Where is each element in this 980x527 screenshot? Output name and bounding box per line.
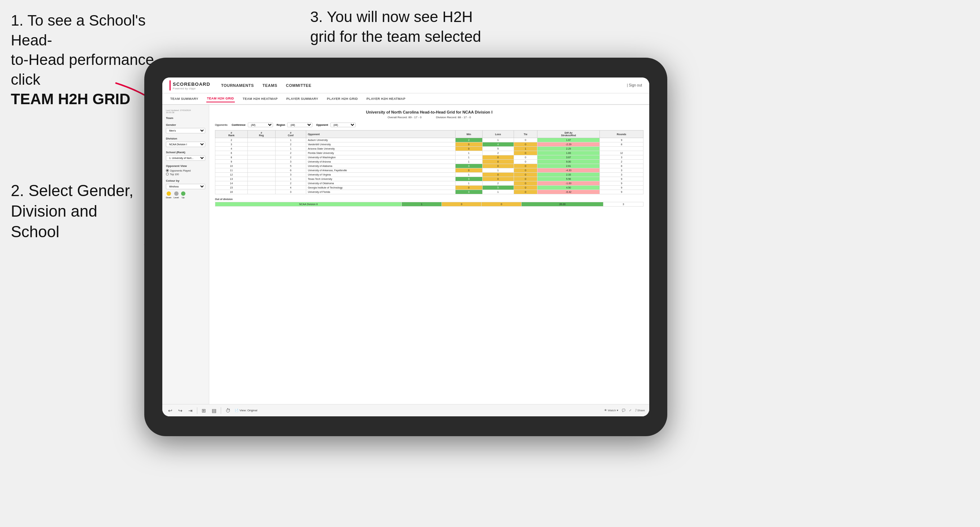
cell-loss: 5 (482, 186, 514, 190)
cell-tie: 0 (514, 168, 537, 173)
cell-loss: 0 (482, 173, 514, 177)
sub-nav: TEAM SUMMARY TEAM H2H GRID TEAM H2H HEAT… (162, 94, 649, 105)
cell-opponent: Arizona State University (306, 147, 455, 151)
main-content: Last Updated: 27/03/2024 16:55:38 Team G… (162, 105, 649, 404)
undo-button[interactable]: ↩ (167, 407, 174, 414)
cell-rank: 13 (215, 177, 248, 181)
cell-loss: 1 (482, 168, 514, 173)
opponent-view-options: Opponents Played Top 100 (166, 169, 205, 176)
table-row: 4 1 Arizona State University 0 5 1 2.29 (215, 147, 643, 151)
ood-tie: 0 (482, 202, 522, 206)
cell-win: 1 (455, 160, 482, 164)
redo-button[interactable]: ↪ (177, 407, 184, 414)
cell-reg (247, 142, 275, 147)
share-button[interactable]: ⤴ Share (635, 409, 645, 412)
comment-button[interactable]: 💬 (622, 409, 625, 412)
cell-loss: 4 (482, 142, 514, 147)
opponent-select[interactable]: (All) (330, 122, 356, 127)
cell-win: 3 (455, 177, 482, 181)
cell-diff: 5.56 (538, 177, 600, 181)
colour-down-circle (167, 191, 171, 196)
nav-tournaments[interactable]: TOURNAMENTS (221, 82, 254, 89)
cell-rounds: 9 (600, 138, 643, 142)
nav-links: TOURNAMENTS TEAMS COMMITTEE (221, 82, 627, 89)
division-select[interactable]: NCAA Division I (166, 142, 205, 147)
colour-up-circle (181, 191, 185, 196)
top100-radio[interactable] (166, 173, 169, 176)
cell-diff: -6.42 (538, 190, 600, 194)
clock-button[interactable]: ⏱ (224, 407, 232, 414)
tab-player-summary[interactable]: PLAYER SUMMARY (286, 95, 319, 102)
annotation-3: 3. You will now see H2H grid for the tea… (310, 7, 519, 46)
cell-win: 1 (455, 181, 482, 186)
overall-record: Overall Record: 89 - 17 - 0 (387, 116, 421, 119)
cell-opponent: Georgia Institute of Technology (306, 186, 455, 190)
tab-team-summary[interactable]: TEAM SUMMARY (170, 95, 199, 102)
cell-reg (247, 147, 275, 151)
toolbar: ↩ ↪ ⇥ ⊞ ▤ ⏱ 📄 View: Original 👁 Watch ▾ 💬… (162, 404, 649, 416)
nav-committee[interactable]: COMMITTEE (286, 82, 312, 89)
cell-diff: 1.83 (538, 151, 600, 156)
grid-area: University of North Carolina Head-to-Hea… (209, 105, 649, 404)
cell-rank: 12 (215, 173, 248, 177)
paste-button[interactable]: ▤ (210, 407, 218, 414)
opponents-played-radio[interactable] (166, 169, 169, 172)
cell-loss: 0 (482, 160, 514, 164)
cell-reg (247, 160, 275, 164)
copy-button[interactable]: ⊞ (200, 407, 207, 414)
sign-out-button[interactable]: | Sign out (627, 83, 642, 87)
colour-by-select[interactable]: Win/loss (166, 184, 205, 189)
ann3-line2: grid for the team selected (310, 28, 481, 45)
cell-loss: 1 (482, 138, 514, 142)
out-of-division-table: NCAA Division II 1 0 0 26.00 3 (215, 202, 643, 206)
opponents-played-option[interactable]: Opponents Played (166, 169, 205, 172)
table-row: 6 2 Florida State University 1 2 0 1.83 … (215, 151, 643, 156)
cell-opponent: Vanderbilt University (306, 142, 455, 147)
watch-button[interactable]: 👁 Watch ▾ (604, 409, 618, 412)
gender-select[interactable]: Men's (166, 128, 205, 133)
cell-win: 3 (455, 164, 482, 168)
tab-player-h2h-grid[interactable]: PLAYER H2H GRID (326, 95, 358, 102)
table-row: 15 4 Georgia Institute of Technology 0 5… (215, 186, 643, 190)
cell-tie: 0 (514, 177, 537, 181)
cell-tie: 0 (514, 160, 537, 164)
col-win: Win (455, 130, 482, 138)
table-row: 11 6 University of Arkansas, Fayettevill… (215, 168, 643, 173)
cell-rank: 9 (215, 160, 248, 164)
h2h-table-body: 2 1 Auburn University 2 1 0 1.67 9 3 2 V… (215, 138, 643, 194)
cell-loss: 0 (482, 164, 514, 168)
cell-win: 1 (455, 156, 482, 160)
filter-row: Opponents: Conference (All) Region (All) (215, 122, 643, 127)
cell-conf: 3 (275, 160, 306, 164)
cell-rounds: 3 (600, 156, 643, 160)
share-ext-button[interactable]: ⤢ (629, 409, 632, 412)
cell-rank: 2 (215, 138, 248, 142)
region-select[interactable]: (All) (287, 122, 312, 127)
cell-opponent: University of Washington (306, 156, 455, 160)
out-of-division-row: NCAA Division II 1 0 0 26.00 3 (215, 202, 643, 206)
conference-select[interactable]: (All) (248, 122, 273, 127)
cell-loss: 5 (482, 147, 514, 151)
cell-rounds: 8 (600, 164, 643, 168)
cell-diff: 1.67 (538, 138, 600, 142)
tab-player-h2h-heatmap[interactable]: PLAYER H2H HEATMAP (366, 95, 406, 102)
cell-rounds: 9 (600, 190, 643, 194)
colour-up: Up (181, 191, 185, 198)
top100-option[interactable]: Top 100 (166, 173, 205, 176)
forward-button[interactable]: ⇥ (187, 407, 194, 414)
cell-rounds (600, 147, 643, 151)
cell-loss: 1 (482, 190, 514, 194)
cell-win: 0 (455, 168, 482, 173)
tab-team-h2h-grid[interactable]: TEAM H2H GRID (206, 95, 235, 102)
school-select[interactable]: 1. University of Nort... (166, 156, 205, 161)
cell-opponent: University of Arizona (306, 160, 455, 164)
cell-rank: 14 (215, 181, 248, 186)
tab-team-h2h-heatmap[interactable]: TEAM H2H HEATMAP (242, 95, 278, 102)
cell-diff: 2.33 (538, 173, 600, 177)
nav-teams[interactable]: TEAMS (262, 82, 277, 89)
cell-reg (247, 181, 275, 186)
cell-conf: 6 (275, 168, 306, 173)
ood-win: 1 (402, 202, 442, 206)
logo: SCOREBOARD Powered by clippi (170, 80, 210, 90)
nav-bar: SCOREBOARD Powered by clippi TOURNAMENTS… (162, 78, 649, 94)
